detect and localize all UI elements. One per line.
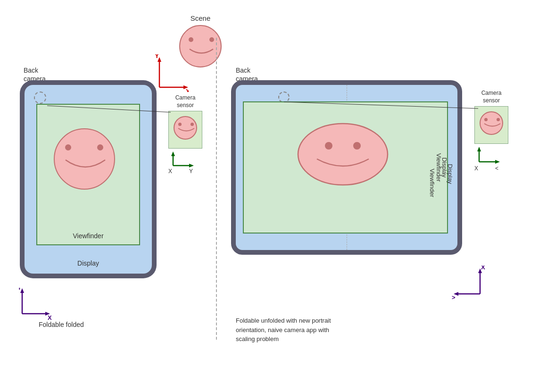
top-x-label: X	[186, 88, 189, 92]
right-device-area: Back camera	[231, 80, 462, 255]
right-phone-outer: Viewfinder Display	[231, 80, 462, 255]
left-camera-sensor-label: Camera sensor	[168, 94, 202, 109]
left-smiley-eye-left	[65, 144, 71, 150]
right-camera-sensor-label: Camera sensor	[474, 90, 508, 104]
left-device-area: Back camera Viewfinder	[20, 80, 157, 278]
right-sensor-smiley	[480, 111, 503, 135]
left-caption: Foldable folded	[39, 321, 84, 328]
svg-point-13	[298, 124, 388, 185]
svg-marker-16	[495, 160, 500, 164]
right-viewfinder-smiley	[296, 121, 390, 187]
right-bottom-x-label: X	[481, 266, 485, 271]
left-smiley-mouth	[63, 158, 108, 176]
smiley-mouth-scene	[187, 47, 216, 58]
left-camera-sensor-area: Camera sensor Y X	[168, 94, 202, 177]
rs-eye-r	[497, 118, 500, 121]
left-sensor-x-label: X	[168, 168, 172, 175]
right-camera-sensor-area: Camera sensor < X	[474, 90, 508, 175]
left-phone-screen: Viewfinder Display	[25, 85, 152, 274]
scene-label: Scene	[191, 14, 211, 22]
left-viewfinder-smiley	[54, 128, 115, 190]
left-bottom-y-label: Y	[17, 288, 22, 291]
left-camera-hole	[34, 92, 46, 104]
right-display-rotated-label: Display	[447, 164, 454, 184]
ls-eye-l	[178, 123, 182, 126]
svg-marker-8	[171, 151, 175, 156]
top-y-label: Y	[155, 54, 159, 59]
right-sensor-box	[474, 106, 508, 144]
rs-eye-l	[484, 118, 488, 121]
smiley-eye-right	[209, 37, 214, 42]
divider	[216, 38, 217, 340]
left-bottom-x-label: X	[48, 314, 52, 321]
smiley-eye-left	[189, 37, 193, 42]
right-phone-screen: Viewfinder Display	[236, 85, 457, 250]
left-sensor-y-label: Y	[189, 168, 193, 175]
right-viewfinder-rotated-label: Viewfinder	[429, 169, 436, 197]
left-viewfinder: Viewfinder	[36, 104, 140, 245]
ls-eye-r	[191, 123, 194, 126]
right-sensor-axes: < X	[474, 147, 508, 175]
rs-mouth	[483, 123, 501, 130]
left-sensor-smiley	[174, 116, 197, 140]
r-eye-r	[353, 142, 361, 150]
left-phone-outer: Viewfinder Display	[20, 80, 157, 278]
left-smiley-eye-right	[97, 144, 103, 150]
right-caption: Foldable unfolded with new portrait orie…	[236, 316, 331, 344]
svg-marker-18	[477, 147, 481, 151]
right-viewfinder: Viewfinder	[243, 101, 448, 234]
ls-mouth	[177, 127, 195, 135]
right-sensor-y-label: <	[495, 165, 498, 172]
right-sensor-x-label: X	[474, 165, 478, 172]
r-eye-l	[325, 142, 332, 150]
left-sensor-box	[168, 111, 202, 149]
right-bottom-axes: X >	[452, 266, 494, 305]
right-bottom-y-label: >	[452, 294, 456, 301]
svg-marker-6	[189, 164, 194, 167]
left-display-label: Display	[77, 259, 99, 267]
left-viewfinder-label: Viewfinder	[73, 232, 103, 240]
left-sensor-axes: Y X	[168, 151, 202, 177]
